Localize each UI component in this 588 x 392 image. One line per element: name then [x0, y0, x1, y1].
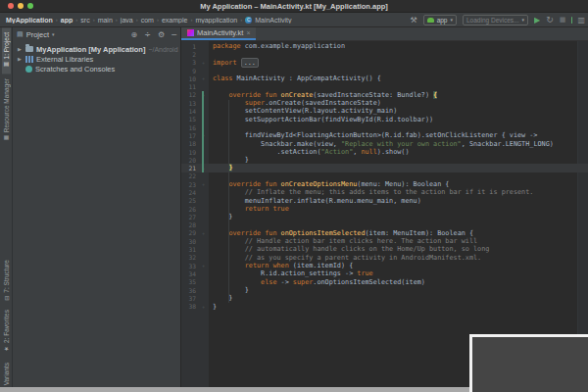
run-toolbar: ⚒ app ▾ Loading Devices... ▾ ▶↻■▥ [410, 15, 588, 25]
build-hammer-icon[interactable]: ⚒ [410, 15, 416, 25]
breadcrumb-item[interactable]: MyApplication [6, 17, 53, 24]
breadcrumb-item[interactable]: src [80, 17, 89, 24]
fold-marker-icon[interactable]: ∘ [198, 180, 209, 188]
expand-arrow-icon[interactable]: ▶ [18, 46, 23, 52]
tree-item-external-libraries[interactable]: ▶External Libraries [13, 54, 180, 64]
code-line[interactable]: 17∘ findViewById<FloatingActionButton>(R… [181, 131, 588, 139]
stripe-item-1-project[interactable]: ▤1: Project [2, 27, 11, 74]
code-line[interactable]: 1package com.example.myapplication [181, 42, 588, 50]
settings-icon[interactable]: ⚙ [158, 30, 165, 39]
hide-panel-icon[interactable]: ─ [172, 30, 176, 39]
line-number: 3 [181, 59, 198, 66]
code-line[interactable]: 14 setContentView(R.layout.activity_main… [181, 107, 588, 115]
line-number: 13 [181, 100, 198, 107]
code-line[interactable]: 23∘ override fun onCreateOptionsMenu(men… [181, 180, 588, 188]
code-line[interactable]: 25 menuInflater.inflate(R.menu.menu_main… [181, 197, 588, 205]
line-number: 36 [181, 287, 198, 294]
close-tab-icon[interactable]: × [246, 29, 250, 36]
code-line[interactable]: 12∘ override fun onCreate(savedInstanceS… [181, 91, 588, 99]
stripe-item-resource-manager[interactable]: ▦Resource Manager [2, 74, 11, 147]
code-line[interactable]: 22 [181, 172, 588, 180]
expand-arrow-icon[interactable]: ▶ [18, 56, 23, 62]
breadcrumb-item[interactable]: java [121, 17, 133, 24]
breadcrumb-item[interactable]: myapplication [195, 17, 237, 24]
fold-marker-icon[interactable]: ∘ [198, 262, 209, 270]
code-line[interactable]: 33∘ return when (item.itemId) { [181, 262, 588, 270]
device-selector[interactable]: Loading Devices... ▾ [463, 15, 528, 25]
code-line[interactable]: 3∘import ... [181, 59, 588, 67]
stripe-item-2-favorites[interactable]: ★2: Favorites [2, 305, 11, 358]
apply-changes-icon[interactable]: ↻ [546, 15, 554, 25]
code-text: return true [209, 205, 289, 213]
project-panel-title[interactable]: Project [26, 30, 49, 39]
run-configuration-label: app [437, 17, 448, 24]
profiler-icon[interactable]: ▥ [577, 15, 585, 25]
code-text: override fun onCreate(savedInstanceState… [209, 91, 437, 99]
line-number: 10 [181, 75, 198, 82]
code-line[interactable]: 24 // Inflate the menu; this adds items … [181, 188, 588, 196]
code-line[interactable]: 11 [181, 82, 588, 90]
code-line[interactable]: 18 Snackbar.make(view, "Replace with you… [181, 140, 588, 148]
tab-mainactivity[interactable]: MainActivity.kt × [181, 27, 256, 40]
tree-item-myapplication-my-application-[interactable]: ▶MyApplication [My Application] ~/Androi… [13, 44, 180, 54]
code-line[interactable]: 20 } [181, 156, 588, 164]
run-icon[interactable]: ▶ [534, 15, 540, 25]
code-text: super.onCreate(savedInstanceState) [209, 99, 381, 107]
toolwindow-icon: ▤ [3, 62, 10, 69]
code-line[interactable]: 9 [181, 67, 588, 74]
code-line[interactable]: 28 [181, 221, 588, 229]
code-line[interactable]: 31 // automatically handle clicks on the… [181, 245, 588, 253]
code-line[interactable]: 30 // Handle action bar item clicks here… [181, 237, 588, 245]
stripe-item-7-structure[interactable]: ⊟7: Structure [2, 255, 11, 306]
code-line[interactable]: 21∘ } [181, 164, 588, 172]
tree-item-path: ~/Android [148, 46, 177, 53]
stripe-label: Resource Manager [3, 78, 10, 132]
code-line[interactable]: 38∘} [181, 303, 588, 311]
breadcrumb-separator: › [240, 17, 242, 23]
breadcrumb-item[interactable]: com [141, 17, 154, 24]
tree-item-scratches-and-consoles[interactable]: Scratches and Consoles [13, 64, 180, 74]
locate-file-icon[interactable]: ⊕ [131, 30, 138, 39]
fold-marker-icon[interactable]: ∘ [198, 74, 209, 82]
breadcrumb-item[interactable]: example [162, 17, 187, 24]
run-configuration-select[interactable]: app ▾ [423, 15, 457, 25]
line-number: 33 [181, 263, 198, 270]
code-line[interactable]: 19 .setAction("Action", null).show() [181, 148, 588, 156]
code-text: R.id.action_settings -> true [209, 270, 373, 277]
line-number: 31 [181, 246, 198, 253]
code-line[interactable]: 13 super.onCreate(savedInstanceState) [181, 99, 588, 107]
scope-highlight-bar [202, 91, 204, 172]
code-line[interactable]: 16 [181, 123, 588, 131]
stripe-label: 1: Project [3, 32, 10, 59]
code-line[interactable]: 34 R.id.action_settings -> true [181, 270, 588, 277]
scratch-icon [25, 66, 32, 73]
line-number: 11 [181, 83, 198, 90]
stripe-item-build-variants[interactable]: Build Variants [2, 358, 11, 387]
line-number: 32 [181, 254, 198, 261]
code-text: Snackbar.make(view, "Replace with your o… [209, 140, 554, 148]
tab-label: MainActivity.kt [197, 28, 243, 37]
code-line[interactable]: 15 setSupportActionBar(findViewById(R.id… [181, 116, 588, 123]
navigation-bar: MyApplication›app›src›main›java›com›exam… [0, 13, 588, 27]
collapse-all-icon[interactable]: ÷ [144, 30, 151, 39]
code-line[interactable]: 26 return true [181, 205, 588, 213]
fold-marker-icon[interactable]: ∘ [198, 303, 209, 311]
code-line[interactable]: 36 } [181, 286, 588, 294]
code-line[interactable]: 37 } [181, 294, 588, 302]
tree-item-label: External Libraries [36, 55, 93, 64]
code-line[interactable]: 32 // as you specify a parent activity i… [181, 254, 588, 262]
code-line[interactable]: 29∘ override fun onOptionsItemSelected(i… [181, 229, 588, 237]
code-line[interactable]: 10∘class MainActivity : AppCompatActivit… [181, 74, 588, 82]
breadcrumb-separator: › [75, 17, 77, 23]
breadcrumb-item[interactable]: MainActivity [255, 17, 291, 24]
foreground-overlay-window [469, 334, 588, 392]
breadcrumb-item[interactable]: main [98, 17, 113, 24]
stop-icon[interactable]: ■ [560, 15, 566, 25]
breadcrumb-separator: › [93, 17, 95, 23]
breadcrumb-item[interactable]: app [61, 17, 73, 24]
line-number: 23 [181, 181, 198, 188]
code-line[interactable]: 27 } [181, 213, 588, 220]
code-line[interactable]: 35 else -> super.onOptionsItemSelected(i… [181, 278, 588, 286]
fold-marker-icon[interactable]: ∘ [198, 229, 209, 237]
fold-marker-icon[interactable]: ∘ [198, 59, 209, 67]
